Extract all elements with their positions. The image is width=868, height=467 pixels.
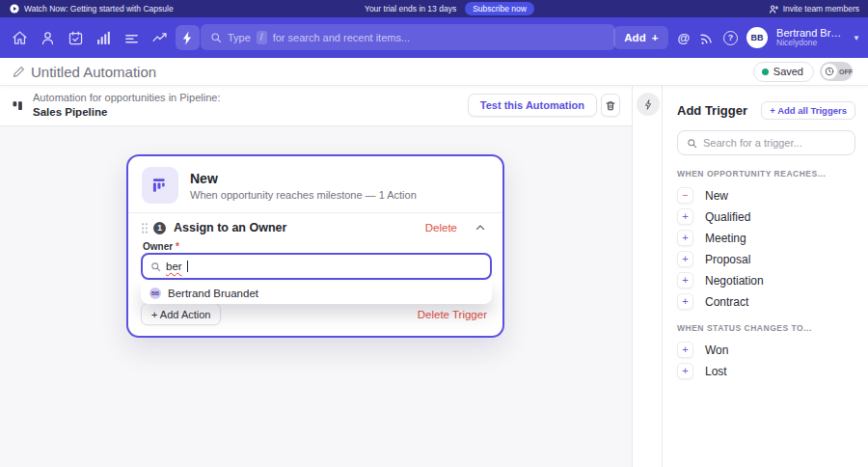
invite-label: Invite team members <box>783 4 859 14</box>
automation-title-row: Untitled Automation Saved OFF <box>0 58 868 85</box>
automation-canvas: New When opportunity reaches milestone —… <box>0 125 632 467</box>
automation-description: Automation for opportunities in Pipeline… <box>33 92 220 105</box>
card-footer: + Add Action Delete Trigger <box>128 303 502 336</box>
bar-chart-icon[interactable] <box>92 25 116 50</box>
list-item: + Contract <box>677 293 868 310</box>
subscribe-now-button[interactable]: Subscribe now <box>465 2 534 15</box>
trash-icon <box>605 99 616 112</box>
home-icon[interactable] <box>8 25 32 50</box>
action-row: 1 Assign to an Owner Delete <box>128 213 502 234</box>
plus-icon: + <box>652 32 659 43</box>
avatar: BB <box>149 288 161 299</box>
drag-handle-icon[interactable] <box>141 222 149 234</box>
broadcast-icon[interactable] <box>698 30 715 46</box>
milestone-trigger-list: − New + Qualified + Meeting + Proposal +… <box>677 187 868 310</box>
add-trigger-button[interactable]: + <box>677 230 693 246</box>
automation-on-off-toggle[interactable]: OFF <box>820 62 853 81</box>
add-action-button[interactable]: + Add Action <box>141 303 221 325</box>
delete-automation-button[interactable] <box>601 94 620 117</box>
add-trigger-button[interactable]: + <box>677 272 693 288</box>
delete-action-link[interactable]: Delete <box>425 222 457 234</box>
bolt-icon <box>642 98 655 111</box>
list-item: + Qualified <box>677 208 868 225</box>
search-placeholder-suffix: for search and recent items... <box>273 32 410 43</box>
pipeline-icon <box>12 98 24 113</box>
calendar-icon[interactable] <box>64 25 88 50</box>
list-item: + Meeting <box>677 230 868 246</box>
sidebar-collapse-strip <box>632 85 662 467</box>
add-trigger-button[interactable]: + <box>677 208 693 225</box>
invite-team-members-button[interactable]: Invite team members <box>769 0 859 17</box>
owner-input-value: ber <box>166 261 182 272</box>
list-item: − New <box>677 187 868 204</box>
owner-suggestion-item[interactable]: BB Bertrand Bruandet <box>141 282 492 304</box>
add-trigger-button[interactable]: + <box>677 342 693 358</box>
section-label-milestones: WHEN OPPORTUNITY REACHES... <box>677 169 868 179</box>
add-all-triggers-button[interactable]: + Add all Triggers <box>761 101 855 120</box>
status-trigger-list: + Won + Lost <box>677 342 868 379</box>
add-trigger-button[interactable]: + <box>677 251 693 267</box>
add-trigger-sidebar: Add Trigger + Add all Triggers WHEN OPPO… <box>662 85 868 467</box>
sidebar-title: Add Trigger <box>677 103 761 118</box>
user-avatar[interactable]: BB <box>746 27 768 48</box>
trigger-summary: When opportunity reaches milestone — 1 A… <box>190 189 417 201</box>
capsule-automation-page: Watch Now: Getting started with Capsule … <box>0 0 868 467</box>
search-icon <box>687 138 697 149</box>
search-placeholder-prefix: Type <box>228 32 251 43</box>
list-item: + Won <box>677 342 868 358</box>
main-nav-bar: Type / for search and recent items... Ad… <box>0 17 868 58</box>
user-menu[interactable]: Bertrand Bruandet Nicelydone <box>776 27 844 48</box>
saved-status-badge: Saved <box>753 62 814 82</box>
add-trigger-button[interactable]: + <box>677 363 693 379</box>
test-automation-button[interactable]: Test this Automation <box>468 94 597 117</box>
list-item: + Proposal <box>677 251 868 267</box>
clock-icon <box>825 67 834 76</box>
automation-editor-panel: Automation for opportunities in Pipeline… <box>0 85 632 467</box>
automations-bolt-icon[interactable] <box>176 25 200 50</box>
mentions-at-icon[interactable]: @ <box>677 31 690 45</box>
section-label-status: WHEN STATUS CHANGES TO... <box>677 323 868 333</box>
trigger-search-input[interactable] <box>703 137 846 149</box>
user-org: Nicelydone <box>776 39 844 48</box>
trial-countdown-text: Your trial ends in 13 days <box>365 4 456 14</box>
trigger-card: New When opportunity reaches milestone —… <box>126 154 504 338</box>
toggle-knob <box>822 64 837 79</box>
watch-now-link[interactable]: Watch Now: Getting started with Capsule <box>24 4 174 14</box>
action-number-badge: 1 <box>153 222 166 234</box>
trigger-name: New <box>190 171 417 186</box>
automation-subheader: Automation for opportunities in Pipeline… <box>0 85 632 125</box>
list-item: + Negotiation <box>677 272 868 288</box>
trend-chart-icon[interactable] <box>148 25 172 50</box>
collapse-triggers-button[interactable] <box>637 93 660 116</box>
edit-pencil-icon[interactable] <box>13 66 25 78</box>
slash-keycap: / <box>257 31 267 44</box>
announcement-bar: Watch Now: Getting started with Capsule … <box>0 0 868 17</box>
person-plus-icon <box>769 4 779 14</box>
delete-trigger-link[interactable]: Delete Trigger <box>418 309 487 320</box>
text-cursor <box>187 261 188 272</box>
owner-search-input[interactable]: ber <box>141 253 492 280</box>
owner-field-label: Owner * <box>128 234 502 252</box>
global-search-input[interactable]: Type / for search and recent items... <box>201 24 615 50</box>
toggle-off-label: OFF <box>839 69 853 75</box>
search-icon <box>150 261 161 272</box>
add-trigger-button[interactable]: + <box>677 293 693 310</box>
people-icon[interactable] <box>36 25 60 50</box>
automation-title[interactable]: Untitled Automation <box>31 64 156 80</box>
list-item: + Lost <box>677 363 868 379</box>
required-asterisk: * <box>176 241 179 252</box>
milestone-kanban-icon <box>142 167 178 204</box>
pipeline-name: Sales Pipeline <box>33 105 220 119</box>
owner-suggestions-dropdown: BB Bertrand Bruandet <box>141 282 492 304</box>
tasks-list-icon[interactable] <box>120 25 144 50</box>
trigger-search-box[interactable] <box>677 130 855 155</box>
remove-trigger-button[interactable]: − <box>677 187 693 204</box>
chevron-down-icon[interactable]: ▼ <box>853 34 860 42</box>
chevron-up-icon[interactable] <box>475 222 486 234</box>
saved-dot-icon <box>762 69 769 75</box>
add-button[interactable]: Add + <box>613 26 668 49</box>
play-icon[interactable] <box>10 4 19 14</box>
action-title: Assign to an Owner <box>174 221 286 234</box>
help-icon[interactable]: ? <box>723 31 738 45</box>
search-icon <box>210 32 222 43</box>
